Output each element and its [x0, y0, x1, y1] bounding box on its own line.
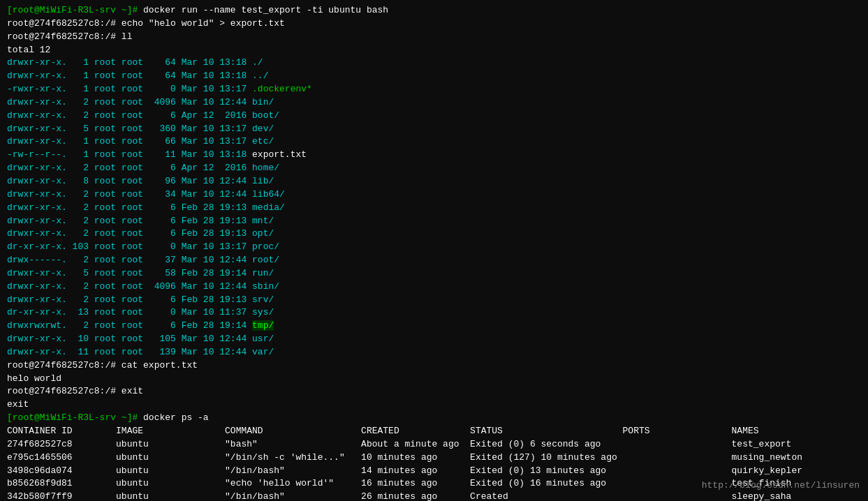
watermark: http://blog.csdn.net/linsuren	[702, 479, 860, 493]
terminal: [root@MiWiFi-R3L-srv ~]# docker run --na…	[0, 0, 868, 501]
ls-line-10: drwxr-xr-x. 8 root root 96 Mar 10 12:44 …	[7, 175, 861, 188]
table-row-3: 3498c96da074 ubuntu "/bin/bash" 14 minut…	[7, 465, 861, 478]
ls-line-15: dr-xr-xr-x. 103 root root 0 Mar 10 13:17…	[7, 241, 861, 254]
ls-line-6: drwxr-xr-x. 5 root root 360 Mar 10 13:17…	[7, 123, 861, 136]
line-3: root@274f682527c8:/# ll	[7, 31, 861, 44]
ls-line-11: drwxr-xr-x. 2 root root 34 Mar 10 12:44 …	[7, 188, 861, 202]
line-dockerps-cmd: [root@MiWiFi-R3L-srv ~]# docker ps -a	[7, 412, 861, 425]
ls-line-19: drwxr-xr-x. 2 root root 6 Feb 28 19:13 s…	[7, 294, 861, 307]
ls-line-21: drwxrwxrwt. 2 root root 6 Feb 28 19:14 t…	[7, 320, 861, 333]
ls-line-23: drwxr-xr-x. 11 root root 139 Mar 10 12:4…	[7, 346, 861, 359]
ls-line-8: -rw-r--r--. 1 root root 11 Mar 10 13:18 …	[7, 149, 861, 162]
ls-line-5: drwxr-xr-x. 2 root root 6 Apr 12 2016 bo…	[7, 110, 861, 123]
line-exit-out: exit	[7, 398, 861, 412]
ls-line-4: drwxr-xr-x. 2 root root 4096 Mar 10 12:4…	[7, 96, 861, 110]
line-exit-cmd: root@274f682527c8:/# exit	[7, 385, 861, 398]
ls-line-9: drwxr-xr-x. 2 root root 6 Apr 12 2016 ho…	[7, 162, 861, 175]
line-total: total 12	[7, 44, 861, 57]
ls-line-14: drwxr-xr-x. 2 root root 6 Feb 28 19:13 o…	[7, 227, 861, 241]
line-1: [root@MiWiFi-R3L-srv ~]# docker run --na…	[7, 4, 861, 17]
ls-line-2: drwxr-xr-x. 1 root root 64 Mar 10 13:18 …	[7, 70, 861, 83]
ls-line-1: drwxr-xr-x. 1 root root 64 Mar 10 13:18 …	[7, 57, 861, 70]
line-cat-cmd: root@274f682527c8:/# cat export.txt	[7, 359, 861, 373]
ls-line-16: drwx------. 2 root root 37 Mar 10 12:44 …	[7, 254, 861, 267]
line-cat-out: helo world	[7, 373, 861, 386]
ls-line-13: drwxr-xr-x. 2 root root 6 Feb 28 19:13 m…	[7, 215, 861, 228]
table-header: CONTAINER ID IMAGE COMMAND CREATED STATU…	[7, 425, 861, 438]
line-2: root@274f682527c8:/# echo "helo world" >…	[7, 17, 861, 31]
ls-line-12: drwxr-xr-x. 2 root root 6 Feb 28 19:13 m…	[7, 202, 861, 215]
ls-line-20: dr-xr-xr-x. 13 root root 0 Mar 10 11:37 …	[7, 306, 861, 320]
table-row-1: 274f682527c8 ubuntu "bash" About a minut…	[7, 438, 861, 451]
ls-line-22: drwxr-xr-x. 10 root root 105 Mar 10 12:4…	[7, 333, 861, 346]
ls-line-18: drwxr-xr-x. 2 root root 4096 Mar 10 12:4…	[7, 281, 861, 294]
ls-line-3: -rwxr-xr-x. 1 root root 0 Mar 10 13:17 .…	[7, 83, 861, 96]
ls-line-17: drwxr-xr-x. 5 root root 58 Feb 28 19:14 …	[7, 267, 861, 281]
table-row-2: e795c1465506 ubuntu "/bin/sh -c 'while..…	[7, 451, 861, 465]
ls-line-7: drwxr-xr-x. 1 root root 66 Mar 10 13:17 …	[7, 135, 861, 149]
